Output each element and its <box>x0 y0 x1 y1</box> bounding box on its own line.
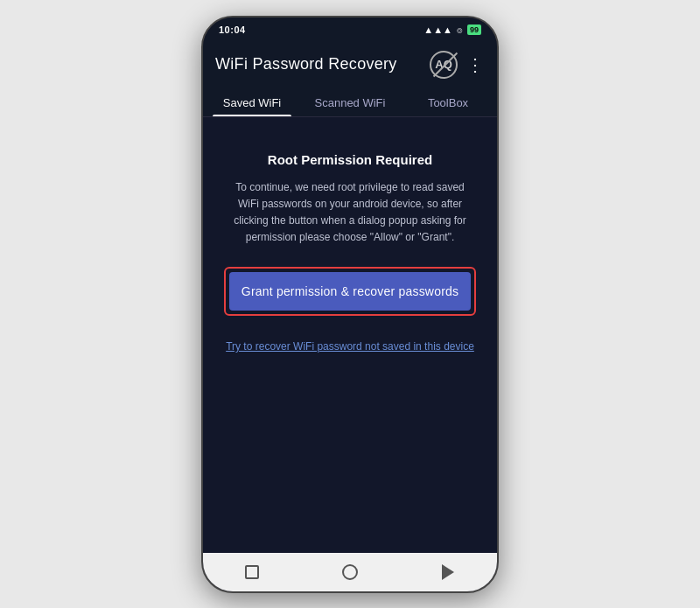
app-title: WiFi Password Recovery <box>215 55 430 73</box>
main-content: Root Permission Required To continue, we… <box>203 117 497 553</box>
grant-permission-button[interactable]: Grant permission & recover passwords <box>229 272 471 311</box>
home-button[interactable] <box>338 560 362 584</box>
recent-apps-button[interactable] <box>240 560 264 584</box>
wifi-icon: ⌾ <box>457 24 463 35</box>
signal-icon: ▲▲▲ <box>424 24 452 35</box>
aq-icon[interactable]: AQ <box>430 51 458 79</box>
back-icon <box>442 564 454 580</box>
permission-description: To continue, we need root privilege to r… <box>224 179 476 247</box>
tab-saved-wifi[interactable]: Saved WiFi <box>203 87 301 116</box>
top-bar: WiFi Password Recovery AQ ⋮ <box>203 42 497 87</box>
status-icons: ▲▲▲ ⌾ 99 <box>424 24 481 35</box>
phone-frame: 10:04 ▲▲▲ ⌾ 99 WiFi Password Recovery AQ… <box>201 16 499 593</box>
top-bar-actions: AQ ⋮ <box>430 51 485 79</box>
permission-title: Root Permission Required <box>268 152 432 167</box>
tab-scanned-wifi[interactable]: Scanned WiFi <box>301 87 399 116</box>
recover-link[interactable]: Try to recover WiFi password not saved i… <box>226 340 474 353</box>
status-time: 10:04 <box>219 24 246 35</box>
menu-button[interactable]: ⋮ <box>466 56 485 73</box>
permission-card: Root Permission Required To continue, we… <box>224 152 476 353</box>
grant-button-wrapper: Grant permission & recover passwords <box>224 267 476 316</box>
home-icon <box>342 564 358 580</box>
tab-bar: Saved WiFi Scanned WiFi ToolBox <box>203 87 497 117</box>
battery-indicator: 99 <box>467 24 481 35</box>
bottom-nav <box>203 553 497 591</box>
back-button[interactable] <box>436 560 460 584</box>
recent-apps-icon <box>245 565 259 579</box>
tab-toolbox[interactable]: ToolBox <box>399 87 497 116</box>
status-bar: 10:04 ▲▲▲ ⌾ 99 <box>203 17 497 42</box>
